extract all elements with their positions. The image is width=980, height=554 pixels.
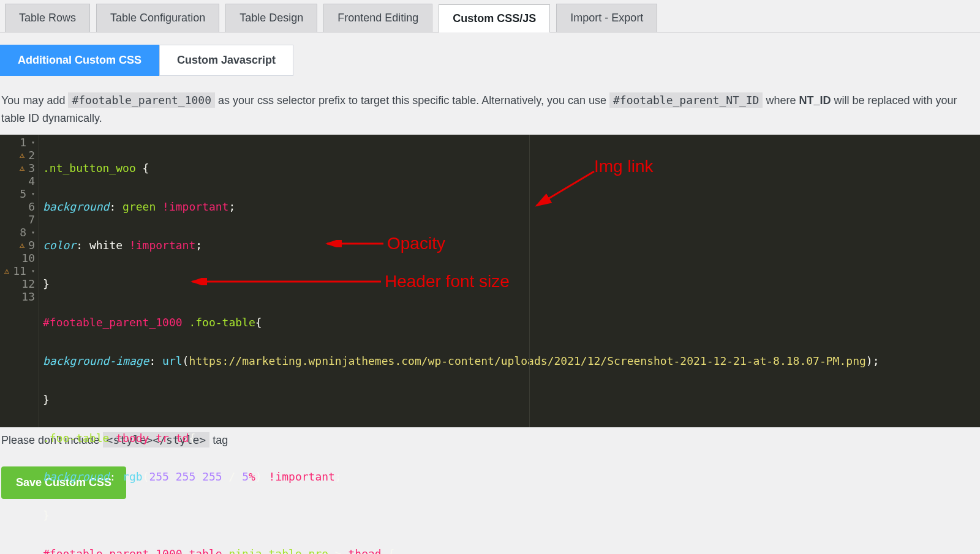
editor-gutter: 1▾2345▾678▾91011▾1213 [0,135,39,427]
tab-custom-css-js[interactable]: Custom CSS/JS [439,4,550,32]
selector-prefix-code: #footable_parent_1000 [68,92,215,108]
tab-frontend-editing[interactable]: Frontend Editing [323,4,432,32]
selector-dynamic-code: #footable_parent_NT_ID [609,92,763,108]
subtab-custom-js[interactable]: Custom Javascript [159,45,293,76]
tab-table-rows[interactable]: Table Rows [5,4,90,32]
subtab-custom-css[interactable]: Additional Custom CSS [0,45,159,76]
sub-tab-bar: Additional Custom CSS Custom Javascript [0,32,980,76]
tab-table-configuration[interactable]: Table Configuration [96,4,219,32]
main-tab-bar: Table Rows Table Configuration Table Des… [0,0,980,32]
css-help-text: You may add #footable_parent_1000 as you… [0,76,980,135]
tab-import-export[interactable]: Import - Export [556,4,657,32]
css-code-editor[interactable]: 1▾2345▾678▾91011▾1213 .nt_button_woo { b… [0,135,980,427]
editor-code-area[interactable]: .nt_button_woo { background: green !impo… [39,135,980,427]
editor-ruler [529,135,530,427]
tab-table-design[interactable]: Table Design [225,4,317,32]
